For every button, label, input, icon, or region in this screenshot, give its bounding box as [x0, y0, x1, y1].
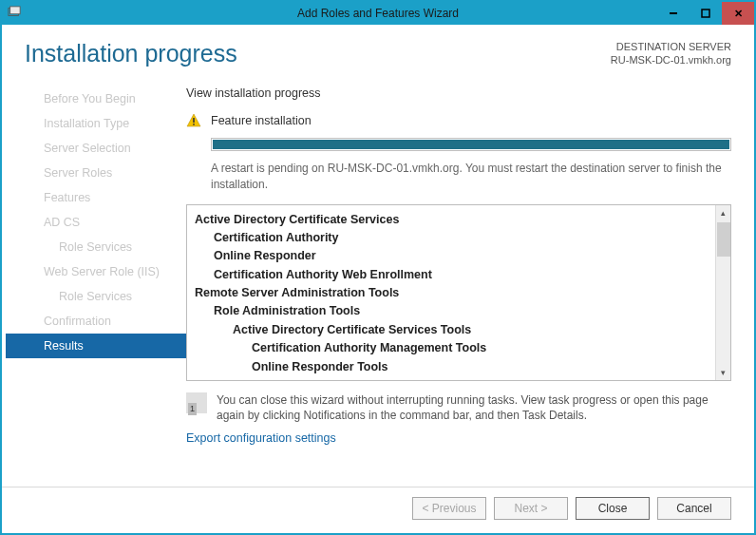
restart-note: A restart is pending on RU-MSK-DC-01.vmk… [211, 161, 731, 193]
minimize-button[interactable] [657, 2, 690, 25]
sidebar-item-features: Features [6, 185, 186, 210]
sidebar-item-ad-cs: AD CS [6, 210, 186, 235]
tree-item: Certification Authority [195, 229, 708, 247]
scroll-down-button[interactable]: ▾ [716, 365, 730, 380]
scroll-up-button[interactable]: ▴ [716, 205, 730, 220]
svg-rect-1 [10, 6, 21, 13]
warning-icon [186, 113, 201, 128]
tree-item: Certification Authority Management Tools [195, 339, 708, 357]
tree-item: Online Responder [195, 247, 708, 265]
app-icon [8, 6, 21, 22]
sidebar-item-role-services: Role Services [6, 284, 186, 309]
cancel-button[interactable]: Cancel [657, 497, 731, 520]
sidebar-item-server-selection: Server Selection [6, 136, 186, 161]
sidebar-item-confirmation: Confirmation [6, 309, 186, 334]
results-tree[interactable]: Active Directory Certificate ServicesCer… [187, 205, 715, 380]
sidebar: Before You BeginInstallation TypeServer … [6, 77, 186, 487]
scroll-thumb[interactable] [717, 222, 730, 257]
tree-item: Role Administration Tools [195, 302, 708, 320]
tree-item: Certification Authority Web Enrollment [195, 266, 708, 284]
info-row: You can close this wizard without interr… [186, 392, 731, 425]
destination-label: DESTINATION SERVER [611, 40, 731, 53]
feature-row: Feature installation [186, 113, 731, 128]
body: Before You BeginInstallation TypeServer … [2, 77, 754, 487]
tree-item: Remote Server Administration Tools [195, 284, 708, 302]
tree-item: Active Directory Certificate Services [195, 211, 708, 229]
sidebar-item-web-server-role-iis-: Web Server Role (IIS) [6, 259, 186, 284]
next-button: Next > [494, 497, 568, 520]
window-buttons: ✕ [657, 2, 754, 25]
sidebar-item-results[interactable]: Results [6, 334, 186, 358]
svg-rect-5 [193, 118, 195, 123]
previous-button: < Previous [412, 497, 486, 520]
notification-icon [186, 392, 207, 413]
sidebar-item-before-you-begin: Before You Begin [6, 86, 186, 111]
header: Installation progress DESTINATION SERVER… [2, 25, 754, 77]
wizard-window: Add Roles and Features Wizard ✕ Installa… [0, 0, 756, 535]
feature-label: Feature installation [211, 114, 312, 127]
tree-item: Web Server (IIS) [195, 376, 708, 380]
export-link[interactable]: Export configuration settings [186, 431, 731, 445]
progress-fill [213, 140, 729, 149]
results-tree-container: Active Directory Certificate ServicesCer… [186, 204, 731, 381]
footer: < Previous Next > Close Cancel [2, 487, 754, 533]
main-content: View installation progress Feature insta… [186, 77, 754, 487]
svg-rect-3 [702, 10, 709, 17]
sidebar-item-server-roles: Server Roles [6, 161, 186, 185]
maximize-button[interactable] [690, 2, 722, 25]
page-title: Installation progress [25, 40, 237, 67]
sidebar-item-role-services: Role Services [6, 235, 186, 259]
close-button[interactable]: Close [576, 497, 650, 520]
destination-server: DESTINATION SERVER RU-MSK-DC-01.vmkh.org [611, 40, 731, 67]
close-window-button[interactable]: ✕ [722, 2, 754, 25]
scrollbar[interactable]: ▴ ▾ [715, 205, 730, 380]
titlebar[interactable]: Add Roles and Features Wizard ✕ [2, 2, 754, 25]
sidebar-item-installation-type: Installation Type [6, 111, 186, 136]
tree-item: Active Directory Certificate Services To… [195, 321, 708, 339]
window-title: Add Roles and Features Wizard [297, 7, 459, 20]
info-text: You can close this wizard without interr… [217, 392, 731, 425]
destination-value: RU-MSK-DC-01.vmkh.org [611, 53, 731, 67]
svg-rect-6 [193, 124, 195, 125]
section-label: View installation progress [186, 86, 731, 100]
tree-item: Online Responder Tools [195, 358, 708, 376]
progress-bar [211, 138, 731, 151]
